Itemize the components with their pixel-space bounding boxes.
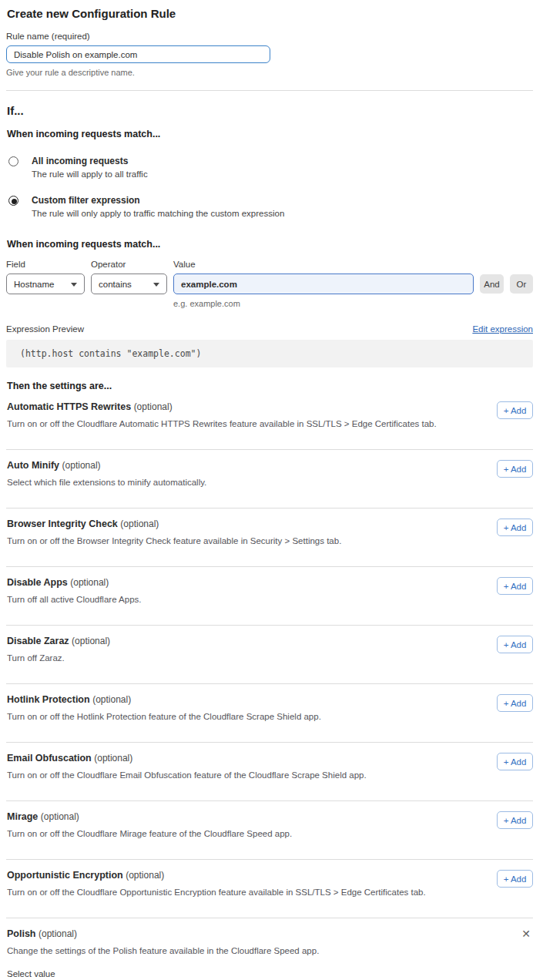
operator-select[interactable]: contains <box>91 274 167 294</box>
optional-tag: (optional) <box>62 460 101 471</box>
then-settings-heading: Then the settings are... <box>7 381 533 391</box>
select-value-label: Select value <box>7 969 533 978</box>
setting-row-auto-minify: Auto Minify (optional) Select which file… <box>6 450 533 508</box>
setting-title: Disable Apps <box>7 577 68 588</box>
value-hint: e.g. example.com <box>173 299 474 308</box>
setting-description: Select which file extensions to minify a… <box>7 478 438 487</box>
value-input[interactable] <box>173 274 474 294</box>
section-divider <box>6 90 533 91</box>
setting-row-mirage: Mirage (optional) Turn on or off the Clo… <box>6 801 533 860</box>
if-heading: If... <box>7 104 533 117</box>
rule-name-input[interactable] <box>6 45 270 63</box>
radio-button-unselected[interactable] <box>8 156 18 166</box>
add-button[interactable]: + Add <box>497 811 533 829</box>
add-button[interactable]: + Add <box>497 636 533 653</box>
expression-preview-header: Expression Preview Edit expression <box>6 324 533 334</box>
optional-tag: (optional) <box>92 694 131 705</box>
setting-row-opportunistic-encryption: Opportunistic Encryption (optional) Turn… <box>6 860 533 918</box>
expression-builder-row: Field Operator Value Hostname contains A… <box>6 260 533 308</box>
setting-title: Hotlink Protection <box>7 694 90 705</box>
rule-name-helper: Give your rule a descriptive name. <box>6 68 533 77</box>
optional-tag: (optional) <box>94 753 132 764</box>
setting-description: Turn off all active Cloudflare Apps. <box>7 595 438 604</box>
or-button[interactable]: Or <box>510 274 533 294</box>
optional-tag: (optional) <box>126 870 164 881</box>
setting-row-browser-integrity-check: Browser Integrity Check (optional) Turn … <box>6 508 533 567</box>
optional-tag: (optional) <box>39 928 77 939</box>
add-button[interactable]: + Add <box>497 519 533 536</box>
field-select[interactable]: Hostname <box>6 274 85 294</box>
operator-select-value: contains <box>99 280 132 289</box>
setting-description: Turn on or off the Cloudflare Automatic … <box>7 419 438 428</box>
setting-row-disable-zaraz: Disable Zaraz (optional) Turn off Zaraz.… <box>6 626 533 684</box>
polish-value-group: Select value Off <box>7 969 533 980</box>
optional-tag: (optional) <box>134 401 173 412</box>
radio-custom-filter-label[interactable]: Custom filter expression <box>32 195 284 206</box>
setting-title: Polish <box>7 928 36 939</box>
setting-description: Turn on or off the Cloudflare Opportunis… <box>7 888 438 897</box>
setting-description: Turn on or off the Cloudflare Email Obfu… <box>7 770 438 780</box>
close-icon[interactable]: ✕ <box>521 928 531 939</box>
setting-title: Mirage <box>7 811 38 822</box>
operator-label: Operator <box>91 260 167 274</box>
add-button[interactable]: + Add <box>497 753 533 770</box>
setting-row-polish: Polish (optional) Change the settings of… <box>6 918 533 980</box>
page-title: Create new Configuration Rule <box>7 7 533 20</box>
value-label: Value <box>173 260 474 274</box>
radio-all-incoming-description: The rule will apply to all traffic <box>32 169 148 179</box>
chevron-down-icon <box>71 283 77 287</box>
setting-title: Opportunistic Encryption <box>7 870 123 881</box>
setting-row-disable-apps: Disable Apps (optional) Turn off all act… <box>6 567 533 626</box>
optional-tag: (optional) <box>70 577 109 588</box>
add-button[interactable]: + Add <box>497 870 533 888</box>
chevron-down-icon <box>153 283 159 287</box>
expression-builder-heading: When incoming requests match... <box>7 239 533 250</box>
setting-title: Email Obfuscation <box>7 753 92 764</box>
setting-description: Turn on or off the Hotlink Protection fe… <box>7 712 438 721</box>
setting-title: Automatic HTTPS Rewrites <box>7 401 131 412</box>
setting-row-email-obfuscation: Email Obfuscation (optional) Turn on or … <box>6 743 533 801</box>
create-configuration-rule-page: Create new Configuration Rule Rule name … <box>0 0 543 980</box>
setting-title: Disable Zaraz <box>7 636 69 646</box>
add-button[interactable]: + Add <box>497 577 533 595</box>
setting-description: Turn on or off the Cloudflare Mirage fea… <box>7 829 438 838</box>
rule-name-group: Rule name (required) Give your rule a de… <box>6 32 533 77</box>
optional-tag: (optional) <box>120 519 159 529</box>
setting-row-automatic-https-rewrites: Automatic HTTPS Rewrites (optional) Turn… <box>6 391 533 450</box>
setting-title: Browser Integrity Check <box>7 519 118 529</box>
radio-all-incoming-requests[interactable]: All incoming requests The rule will appl… <box>8 156 533 179</box>
add-button[interactable]: + Add <box>497 401 533 419</box>
optional-tag: (optional) <box>72 636 110 646</box>
rule-name-label: Rule name (required) <box>6 32 533 41</box>
radio-all-incoming-label[interactable]: All incoming requests <box>32 156 148 166</box>
radio-button-selected[interactable] <box>8 196 18 206</box>
expression-preview-label: Expression Preview <box>6 324 84 334</box>
setting-description: Change the settings of the Polish featur… <box>7 946 438 955</box>
incoming-requests-match-heading: When incoming requests match... <box>7 129 533 139</box>
setting-description: Turn on or off the Browser Integrity Che… <box>7 536 438 545</box>
setting-title: Auto Minify <box>7 460 59 471</box>
radio-custom-filter-expression[interactable]: Custom filter expression The rule will o… <box>8 195 533 218</box>
field-label: Field <box>6 260 85 274</box>
and-button[interactable]: And <box>480 274 504 294</box>
add-button[interactable]: + Add <box>497 694 533 712</box>
expression-preview-code: (http.host contains "example.com") <box>6 340 533 368</box>
setting-row-hotlink-protection: Hotlink Protection (optional) Turn on or… <box>6 684 533 743</box>
radio-custom-filter-description: The rule will only apply to traffic matc… <box>32 209 284 218</box>
setting-description: Turn off Zaraz. <box>7 653 438 663</box>
optional-tag: (optional) <box>41 811 79 822</box>
edit-expression-link[interactable]: Edit expression <box>472 324 533 334</box>
add-button[interactable]: + Add <box>497 460 533 478</box>
field-select-value: Hostname <box>14 280 54 289</box>
